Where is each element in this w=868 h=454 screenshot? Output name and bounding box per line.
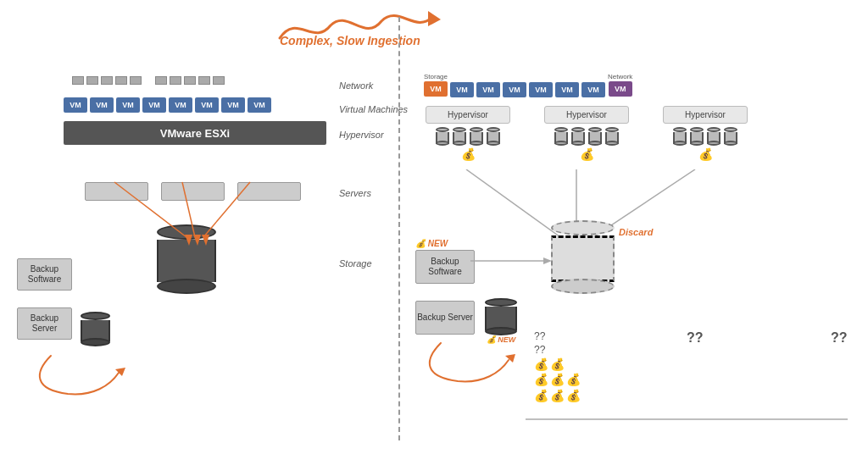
hv1-cyl4: [487, 127, 500, 146]
hv1-cyl2: [453, 127, 466, 146]
net-sq1: [72, 76, 84, 85]
right-backup-cylinder: [485, 298, 517, 335]
right-dashed-cylinder: [551, 220, 615, 294]
vm-left-7: VM: [221, 97, 245, 113]
layer-hypervisor: Hypervisor: [339, 130, 384, 140]
money-5: 💰: [566, 372, 581, 387]
diagram-container: Complex, Slow Ingestion VM VM VM VM VM V…: [0, 0, 868, 454]
discard-label: Discard: [619, 227, 653, 237]
net-sq3: [101, 76, 113, 85]
money-8: 💰: [566, 388, 581, 403]
hv1-cyl1: [436, 127, 449, 146]
hypervisor-1-group: Hypervisor 💰: [426, 106, 510, 161]
money-7: 💰: [550, 388, 565, 403]
svg-marker-12: [543, 257, 552, 264]
layer-storage: Storage: [339, 258, 372, 269]
question-2: ??: [534, 344, 581, 357]
hv2-cyl2: [571, 127, 585, 146]
left-backup-cylinder: [81, 312, 110, 346]
hypervisor-3-box: Hypervisor: [663, 106, 748, 124]
right-backup-server: Backup Server: [415, 301, 475, 335]
vm-left-2: VM: [90, 97, 114, 113]
net-sq9: [198, 76, 210, 85]
left-backup-software: BackupSoftware: [17, 258, 72, 291]
right-backup-software-group: 💰 NEW BackupSoftware: [415, 239, 475, 284]
vm-left-1: VM: [64, 97, 87, 113]
hypervisor-3-group: Hypervisor 💰: [663, 106, 748, 161]
network-vm: VM: [609, 81, 632, 97]
svg-line-2: [182, 182, 195, 237]
hv1-money: 💰: [426, 147, 510, 161]
hv3-money: 💰: [663, 147, 748, 161]
network-vm-label: Network: [608, 73, 632, 80]
hypervisor-2-group: Hypervisor 💰: [544, 106, 629, 161]
esxi-bar: VMware ESXi: [64, 121, 326, 145]
vm-left-4: VM: [142, 97, 166, 113]
hv2-money: 💰: [544, 147, 629, 161]
svg-marker-6: [202, 235, 209, 246]
net-sq2: [86, 76, 98, 85]
right-backup-server-group: Backup Server: [415, 301, 475, 335]
money-4: 💰: [550, 372, 565, 387]
storage-vm-label: Storage: [424, 73, 448, 80]
right-new-label-software: 💰 NEW: [415, 239, 475, 248]
server-storage-arrows: [64, 152, 335, 263]
question-right-1: ??: [687, 330, 704, 346]
vm-left-8: VM: [248, 97, 271, 113]
svg-marker-5: [193, 235, 201, 246]
svg-marker-0: [428, 11, 441, 26]
svg-marker-4: [185, 235, 192, 246]
money-2: 💰: [550, 357, 565, 372]
hv2-cyl4: [605, 127, 619, 146]
right-backup-software: BackupSoftware: [415, 250, 475, 284]
hv3-cyl4: [724, 127, 737, 146]
hv3-cyl1: [673, 127, 687, 146]
layer-vm: Virtual Machines: [339, 104, 408, 114]
net-sq4: [115, 76, 127, 85]
hv3-cyl2: [690, 127, 704, 146]
hv2-cyl3: [588, 127, 602, 146]
hypervisor-1-cylinders: [426, 127, 510, 146]
hv1-cyl3: [470, 127, 483, 146]
vm-left-3: VM: [116, 97, 140, 113]
right-vm-3: VM: [503, 82, 526, 97]
panel-divider: [398, 17, 400, 440]
right-vm-5: VM: [555, 82, 579, 97]
right-backup-cylinder-group: 💰 NEW: [485, 298, 517, 344]
layer-servers: Servers: [339, 188, 371, 198]
net-sq7: [170, 76, 181, 85]
left-vm-row: VM VM VM VM VM VM VM VM: [64, 97, 271, 113]
left-backup-server: Backup Server: [17, 307, 72, 340]
hv3-cyl3: [707, 127, 721, 146]
right-vm-row: Storage VM VM VM VM VM VM VM Network VM: [424, 72, 632, 97]
backup-arrow-right: [415, 339, 517, 390]
svg-line-3: [203, 182, 250, 237]
money-6: 💰: [534, 388, 548, 403]
right-vm-1: VM: [450, 82, 474, 97]
money-1: 💰: [534, 357, 548, 372]
right-vm-2: VM: [476, 82, 500, 97]
net-sq5: [130, 76, 142, 85]
hypervisor-3-cylinders: [663, 127, 748, 146]
layer-network: Network: [339, 80, 373, 91]
svg-line-1: [114, 182, 186, 237]
right-vm-6: VM: [581, 82, 605, 97]
vm-left-5: VM: [169, 97, 192, 113]
storage-vm: VM: [424, 81, 448, 97]
question-1: ??: [534, 330, 581, 344]
right-vm-4: VM: [529, 82, 553, 97]
hv2-cyl1: [554, 127, 568, 146]
money-bags-pile: ?? ?? 💰 💰 💰 💰 💰 💰 💰 💰: [534, 330, 581, 403]
hypervisor-2-box: Hypervisor: [544, 106, 629, 124]
bottom-line: [526, 415, 848, 424]
question-right-2: ??: [831, 330, 848, 346]
hypervisor-1-box: Hypervisor: [426, 106, 510, 124]
money-3: 💰: [534, 372, 548, 387]
vm-left-6: VM: [195, 97, 219, 113]
backup-arrow-left: [25, 347, 127, 398]
left-network-row: [72, 76, 225, 85]
net-sq8: [184, 76, 196, 85]
hypervisor-2-cylinders: [544, 127, 629, 146]
net-sq6: [155, 76, 167, 85]
software-arrow: [470, 252, 555, 269]
